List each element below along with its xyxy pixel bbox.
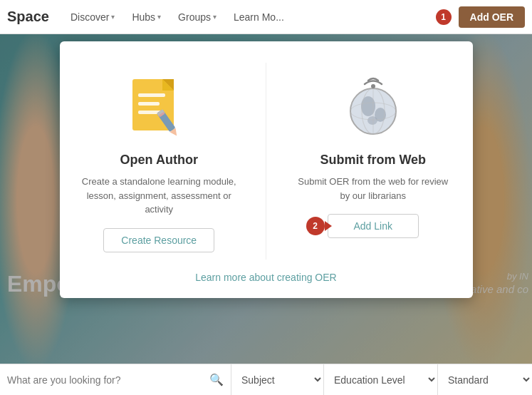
chevron-down-icon: ▾ <box>213 13 217 21</box>
chevron-down-icon: ▾ <box>111 13 115 21</box>
modal-divider <box>266 63 266 260</box>
education-level-select[interactable]: Education Level Elementary Middle School… <box>324 364 438 395</box>
add-link-wrapper: 2 Add Link <box>328 214 419 238</box>
open-author-title: Open Author <box>120 153 198 168</box>
learn-more-link[interactable]: Learn more about creating OER <box>195 272 336 283</box>
svg-point-13 <box>367 116 377 125</box>
create-resource-button[interactable]: Create Resource <box>103 228 214 252</box>
document-pencil-icon <box>123 70 194 141</box>
search-icon: 🔍 <box>209 373 224 386</box>
notification-badge: 1 <box>436 9 452 25</box>
badge-arrow-icon <box>325 221 332 231</box>
navbar: Space Discover ▾ Hubs ▾ Groups ▾ Learn M… <box>0 0 532 34</box>
open-author-option: Open Author Create a standalone learning… <box>74 63 245 260</box>
modal-overlay: Open Author Create a standalone learning… <box>0 34 532 395</box>
submit-web-title: Submit from Web <box>320 153 426 168</box>
brand-logo: Space <box>7 9 49 25</box>
svg-rect-3 <box>138 93 165 97</box>
open-author-desc: Create a standalone learning module, les… <box>81 175 238 217</box>
search-input-wrap: 🔍 <box>0 364 231 395</box>
modal-options: Open Author Create a standalone learning… <box>74 63 459 260</box>
svg-point-17 <box>371 84 375 88</box>
modal-footer: Learn more about creating OER <box>74 271 459 284</box>
add-oer-button[interactable]: Add OER <box>459 6 525 28</box>
nav-hubs[interactable]: Hubs ▾ <box>125 7 168 27</box>
open-author-svg <box>127 72 191 140</box>
search-bar: 🔍 Subject Math Science English History E… <box>0 364 532 395</box>
search-input[interactable] <box>7 374 207 386</box>
badge-2: 2 <box>306 217 325 235</box>
globe-wifi-icon <box>338 70 409 141</box>
nav-groups[interactable]: Groups ▾ <box>171 7 224 27</box>
globe-svg <box>341 72 405 140</box>
svg-rect-4 <box>138 102 160 106</box>
subject-select[interactable]: Subject Math Science English History <box>231 364 324 395</box>
nav-discover[interactable]: Discover ▾ <box>63 7 122 27</box>
nav-items: Discover ▾ Hubs ▾ Groups ▾ Learn Mo... <box>63 7 436 27</box>
nav-learn[interactable]: Learn Mo... <box>226 7 291 27</box>
submit-web-option: Submit from Web Submit OER from the web … <box>288 63 459 260</box>
standard-select[interactable]: Standard Common Core NGSS <box>438 364 532 395</box>
add-link-button[interactable]: Add Link <box>328 214 419 238</box>
add-oer-modal: Open Author Create a standalone learning… <box>60 41 473 298</box>
submit-web-desc: Submit OER from the web for review by ou… <box>295 175 452 202</box>
chevron-down-icon: ▾ <box>157 13 161 21</box>
